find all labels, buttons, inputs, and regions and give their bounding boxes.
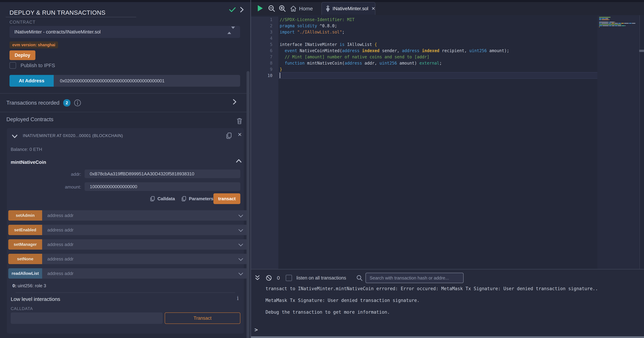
- contract-select[interactable]: INativeMinter - contracts/INativeMinter.…: [10, 26, 240, 38]
- terminal-toolbar: 0 listen on all transactions: [251, 272, 644, 284]
- code-lines: //SPDX-License-Identifier: MITpragma sol…: [280, 16, 509, 79]
- code-line[interactable]: //SPDX-License-Identifier: MIT: [280, 16, 509, 23]
- function-row: setNoneaddress addr: [8, 254, 247, 264]
- section-divider: [0, 112, 250, 112]
- copy-icon[interactable]: [226, 132, 232, 140]
- close-icon[interactable]: ✕: [238, 132, 242, 138]
- amount-field-input[interactable]: 1000000000000000000: [84, 182, 240, 191]
- tab-inativeminter[interactable]: INativeMinter.sol ✕: [322, 2, 375, 15]
- transactions-recorded-row[interactable]: Transactions recorded 2: [6, 97, 81, 109]
- play-icon[interactable]: [257, 5, 263, 12]
- at-address-input[interactable]: 0x02000000000000000000000000000000000000…: [54, 75, 240, 87]
- collapse-terminal-icon[interactable]: [255, 275, 260, 281]
- parameters-copy-label[interactable]: Parameters: [189, 196, 214, 202]
- code-line[interactable]: [280, 35, 509, 42]
- listen-transactions-label: listen on all transactions: [296, 275, 346, 281]
- chevron-right-icon[interactable]: [240, 6, 244, 13]
- minimap-line: [599, 24, 640, 26]
- code-line[interactable]: event NativeCoinMinted(address indexed s…: [280, 48, 509, 54]
- code-line[interactable]: interface INativeMinter is IAllowList {: [280, 42, 509, 48]
- chevron-down-icon[interactable]: [238, 271, 243, 275]
- minimap-line: [599, 22, 640, 23]
- close-icon[interactable]: ✕: [372, 6, 375, 12]
- low-level-transact-button[interactable]: Transact: [165, 312, 240, 324]
- low-level-title: Low level interactions: [11, 296, 60, 302]
- transact-button[interactable]: transact: [214, 193, 240, 204]
- panel-scrollbar[interactable]: [246, 71, 250, 338]
- zoom-in-icon[interactable]: [279, 5, 286, 12]
- terminal-scrollbar[interactable]: [251, 336, 644, 338]
- input-placeholder: address addr: [47, 242, 74, 247]
- code-line[interactable]: // Mint [amount] number of native coins …: [280, 54, 509, 60]
- amount-field-value: 1000000000000000000: [90, 184, 137, 189]
- setAdmin-input[interactable]: address addr: [42, 210, 247, 220]
- chevron-right-icon[interactable]: [232, 99, 237, 105]
- amount-field-label: amount:: [11, 184, 81, 190]
- trash-icon[interactable]: [236, 118, 243, 125]
- tab-inativeminter-label: INativeMinter.sol: [332, 6, 368, 12]
- addr-field-label: addr:: [11, 172, 81, 177]
- setManager-input[interactable]: address addr: [42, 239, 247, 250]
- chevron-down-icon[interactable]: [238, 242, 243, 246]
- line-number: 7: [251, 54, 278, 60]
- remix-ide-window: DEPLOY & RUN TRANSACTIONS CONTRACT INati…: [0, 0, 644, 338]
- terminal-message: Debug the transaction to get more inform…: [266, 310, 598, 315]
- solidity-icon: [326, 5, 330, 12]
- listen-transactions-checkbox[interactable]: [286, 275, 292, 281]
- line-number: 5: [251, 42, 278, 48]
- deployed-contract-card: INATIVEMINTER AT 0X020...00001 (BLOCKCHA…: [7, 128, 244, 334]
- calldata-input[interactable]: [11, 312, 163, 324]
- addr-field-input[interactable]: 0xB78cbAa319ffBD899951AA30D4320f58189383…: [84, 170, 240, 178]
- readAllowList-button[interactable]: readAllowList: [8, 268, 42, 278]
- minimap[interactable]: [598, 15, 640, 269]
- function-action-row: Calldata Parameters transact: [7, 193, 240, 204]
- code-line[interactable]: pragma solidity ^0.8.0;: [280, 23, 509, 29]
- deploy-run-panel: DEPLOY & RUN TRANSACTIONS CONTRACT INati…: [0, 2, 250, 338]
- copy-icon[interactable]: [181, 196, 186, 202]
- publish-ipfs-checkbox[interactable]: [10, 62, 16, 69]
- setEnabled-button[interactable]: setEnabled: [8, 225, 42, 235]
- code-line[interactable]: }: [280, 66, 509, 72]
- zoom-out-icon[interactable]: [268, 5, 276, 12]
- line-number: 9: [251, 66, 278, 72]
- terminal-prompt[interactable]: >: [254, 326, 258, 333]
- deploy-button[interactable]: Deploy: [10, 50, 36, 60]
- terminal-messages: transact to INativeMinter.mintNativeCoin…: [266, 286, 598, 321]
- clear-terminal-icon[interactable]: [266, 275, 272, 281]
- terminal-panel: 0 listen on all transactions transact to…: [251, 270, 644, 338]
- setNone-button[interactable]: setNone: [8, 254, 42, 264]
- addr-field-value: 0xB78cbAa319ffBD899951AA30D4320f58189383…: [90, 171, 194, 176]
- function-row: setEnabledaddress addr: [8, 225, 247, 235]
- setAdmin-button[interactable]: setAdmin: [8, 210, 42, 220]
- input-placeholder: address addr: [47, 256, 74, 262]
- calldata-copy-label[interactable]: Calldata: [158, 196, 175, 202]
- minimap-line: [599, 20, 640, 22]
- setNone-input[interactable]: address addr: [42, 254, 247, 264]
- copy-icon[interactable]: [150, 196, 155, 202]
- code-editor[interactable]: 10 12345678910 //SPDX-License-Identifier…: [251, 15, 644, 269]
- readAllowList-input[interactable]: address addr: [42, 268, 247, 278]
- window-top-strip: [0, 0, 644, 2]
- minimap-line: [599, 28, 640, 29]
- panel-title: DEPLOY & RUN TRANSACTIONS: [10, 9, 106, 16]
- chevron-down-icon[interactable]: [12, 134, 18, 138]
- chevron-down-icon[interactable]: [238, 213, 243, 217]
- code-line[interactable]: function mintNativeCoin(address addr, ui…: [280, 60, 509, 66]
- select-stepper-icon[interactable]: [228, 29, 235, 32]
- chevron-down-icon[interactable]: [238, 256, 243, 261]
- code-line[interactable]: import "./IAllowList.sol";: [280, 29, 509, 35]
- input-placeholder: address addr: [47, 271, 74, 276]
- title-underline: [6, 17, 136, 17]
- contract-select-value: INativeMinter - contracts/INativeMinter.…: [14, 29, 101, 35]
- setEnabled-input[interactable]: address addr: [42, 225, 247, 235]
- line-number: 10: [251, 72, 278, 79]
- chevron-down-icon[interactable]: [238, 227, 243, 232]
- tab-home[interactable]: Home: [290, 2, 313, 15]
- code-line[interactable]: [280, 72, 509, 79]
- setManager-button[interactable]: setManager: [8, 239, 42, 250]
- chevron-up-icon[interactable]: [236, 159, 242, 163]
- terminal-search-input[interactable]: [366, 273, 464, 283]
- at-address-button[interactable]: At Address: [10, 75, 54, 87]
- publish-ipfs-label: Publish to IPFS: [20, 63, 55, 68]
- minimap-line: [599, 19, 640, 20]
